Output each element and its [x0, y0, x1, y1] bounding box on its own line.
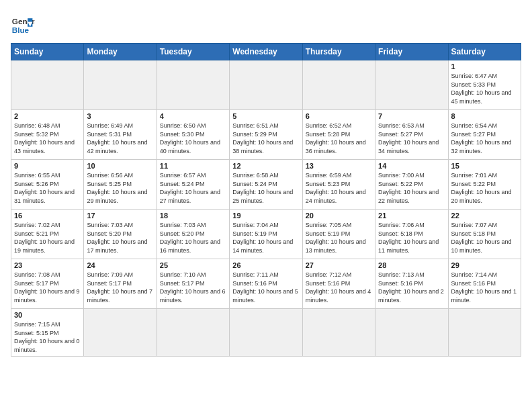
- calendar-cell: 30Sunrise: 7:15 AM Sunset: 5:15 PM Dayli…: [11, 309, 84, 357]
- logo-icon: General Blue: [11, 13, 35, 38]
- day-info: Sunrise: 6:59 AM Sunset: 5:23 PM Dayligh…: [306, 171, 372, 205]
- day-info: Sunrise: 6:57 AM Sunset: 5:24 PM Dayligh…: [160, 171, 226, 205]
- day-info: Sunrise: 7:00 AM Sunset: 5:22 PM Dayligh…: [378, 171, 445, 205]
- calendar-cell: 20Sunrise: 7:05 AM Sunset: 5:19 PM Dayli…: [302, 210, 375, 259]
- calendar-cell: [157, 309, 229, 357]
- week-row-3: 9Sunrise: 6:55 AM Sunset: 5:26 PM Daylig…: [11, 160, 521, 210]
- day-number: 8: [451, 112, 518, 120]
- weekday-header-row: SundayMondayTuesdayWednesdayThursdayFrid…: [11, 44, 521, 60]
- day-info: Sunrise: 7:09 AM Sunset: 5:17 PM Dayligh…: [87, 271, 153, 304]
- week-row-4: 16Sunrise: 7:02 AM Sunset: 5:21 PM Dayli…: [11, 210, 521, 259]
- day-info: Sunrise: 6:51 AM Sunset: 5:29 PM Dayligh…: [232, 122, 299, 155]
- day-number: 16: [14, 212, 81, 220]
- day-info: Sunrise: 6:53 AM Sunset: 5:27 PM Dayligh…: [378, 122, 445, 155]
- day-number: 10: [87, 162, 153, 170]
- calendar-cell: [84, 60, 157, 110]
- day-number: 6: [306, 112, 372, 120]
- day-number: 27: [306, 261, 372, 269]
- day-info: Sunrise: 6:50 AM Sunset: 5:30 PM Dayligh…: [160, 122, 226, 155]
- weekday-header-tuesday: Tuesday: [157, 44, 229, 60]
- day-number: 5: [232, 112, 299, 120]
- calendar-cell: [302, 309, 375, 357]
- logo: General Blue: [11, 13, 35, 38]
- calendar-cell: 2Sunrise: 6:48 AM Sunset: 5:32 PM Daylig…: [11, 110, 84, 160]
- calendar-cell: 13Sunrise: 6:59 AM Sunset: 5:23 PM Dayli…: [302, 160, 375, 210]
- calendar-table: SundayMondayTuesdayWednesdayThursdayFrid…: [11, 43, 521, 357]
- calendar-cell: [375, 309, 448, 357]
- day-info: Sunrise: 7:08 AM Sunset: 5:17 PM Dayligh…: [14, 271, 81, 304]
- day-number: 3: [87, 112, 153, 120]
- day-number: 25: [160, 261, 226, 269]
- calendar-cell: 11Sunrise: 6:57 AM Sunset: 5:24 PM Dayli…: [157, 160, 229, 210]
- calendar-cell: 22Sunrise: 7:07 AM Sunset: 5:18 PM Dayli…: [448, 210, 521, 259]
- day-number: 15: [451, 162, 518, 170]
- day-number: 18: [160, 212, 226, 220]
- day-info: Sunrise: 7:06 AM Sunset: 5:18 PM Dayligh…: [378, 221, 445, 255]
- weekday-header-thursday: Thursday: [302, 44, 375, 60]
- day-info: Sunrise: 6:54 AM Sunset: 5:27 PM Dayligh…: [451, 122, 518, 155]
- calendar-cell: 6Sunrise: 6:52 AM Sunset: 5:28 PM Daylig…: [302, 110, 375, 160]
- calendar-page: General Blue SundayMondayTuesdayWednesda…: [0, 0, 532, 411]
- day-info: Sunrise: 6:56 AM Sunset: 5:25 PM Dayligh…: [87, 171, 153, 205]
- day-number: 28: [378, 261, 445, 269]
- calendar-cell: 19Sunrise: 7:04 AM Sunset: 5:19 PM Dayli…: [230, 210, 302, 259]
- calendar-cell: [302, 60, 375, 110]
- day-info: Sunrise: 7:04 AM Sunset: 5:19 PM Dayligh…: [232, 221, 299, 255]
- day-number: 19: [232, 212, 299, 220]
- calendar-cell: 9Sunrise: 6:55 AM Sunset: 5:26 PM Daylig…: [11, 160, 84, 210]
- calendar-cell: 24Sunrise: 7:09 AM Sunset: 5:17 PM Dayli…: [84, 259, 157, 309]
- day-info: Sunrise: 7:13 AM Sunset: 5:16 PM Dayligh…: [378, 271, 445, 304]
- calendar-cell: 10Sunrise: 6:56 AM Sunset: 5:25 PM Dayli…: [84, 160, 157, 210]
- day-number: 9: [14, 162, 81, 170]
- calendar-cell: 25Sunrise: 7:10 AM Sunset: 5:17 PM Dayli…: [157, 259, 229, 309]
- week-row-6: 30Sunrise: 7:15 AM Sunset: 5:15 PM Dayli…: [11, 309, 521, 357]
- weekday-header-wednesday: Wednesday: [230, 44, 302, 60]
- day-info: Sunrise: 7:12 AM Sunset: 5:16 PM Dayligh…: [306, 271, 372, 304]
- day-number: 1: [451, 62, 518, 71]
- calendar-cell: 14Sunrise: 7:00 AM Sunset: 5:22 PM Dayli…: [375, 160, 448, 210]
- day-number: 14: [378, 162, 445, 170]
- calendar-cell: [230, 60, 302, 110]
- weekday-header-saturday: Saturday: [448, 44, 521, 60]
- day-number: 13: [306, 162, 372, 170]
- calendar-cell: 15Sunrise: 7:01 AM Sunset: 5:22 PM Dayli…: [448, 160, 521, 210]
- week-row-5: 23Sunrise: 7:08 AM Sunset: 5:17 PM Dayli…: [11, 259, 521, 309]
- calendar-cell: 5Sunrise: 6:51 AM Sunset: 5:29 PM Daylig…: [230, 110, 302, 160]
- day-info: Sunrise: 7:07 AM Sunset: 5:18 PM Dayligh…: [451, 221, 518, 255]
- calendar-cell: 29Sunrise: 7:14 AM Sunset: 5:16 PM Dayli…: [448, 259, 521, 309]
- calendar-cell: [157, 60, 229, 110]
- day-number: 26: [232, 261, 299, 269]
- calendar-cell: 1Sunrise: 6:47 AM Sunset: 5:33 PM Daylig…: [448, 60, 521, 110]
- calendar-cell: 3Sunrise: 6:49 AM Sunset: 5:31 PM Daylig…: [84, 110, 157, 160]
- calendar-cell: 4Sunrise: 6:50 AM Sunset: 5:30 PM Daylig…: [157, 110, 229, 160]
- day-number: 29: [451, 261, 518, 269]
- calendar-cell: 26Sunrise: 7:11 AM Sunset: 5:16 PM Dayli…: [230, 259, 302, 309]
- day-number: 12: [232, 162, 299, 170]
- day-number: 2: [14, 112, 81, 120]
- day-number: 30: [14, 311, 81, 319]
- day-number: 21: [378, 212, 445, 220]
- day-number: 17: [87, 212, 153, 220]
- calendar-cell: [11, 60, 84, 110]
- weekday-header-friday: Friday: [375, 44, 448, 60]
- day-number: 22: [451, 212, 518, 220]
- calendar-cell: 12Sunrise: 6:58 AM Sunset: 5:24 PM Dayli…: [230, 160, 302, 210]
- calendar-cell: [84, 309, 157, 357]
- day-number: 20: [306, 212, 372, 220]
- calendar-cell: [375, 60, 448, 110]
- weekday-header-monday: Monday: [84, 44, 157, 60]
- calendar-cell: 7Sunrise: 6:53 AM Sunset: 5:27 PM Daylig…: [375, 110, 448, 160]
- calendar-cell: [448, 309, 521, 357]
- header: General Blue: [11, 11, 521, 38]
- day-number: 11: [160, 162, 226, 170]
- weekday-header-sunday: Sunday: [11, 44, 84, 60]
- calendar-cell: 27Sunrise: 7:12 AM Sunset: 5:16 PM Dayli…: [302, 259, 375, 309]
- day-info: Sunrise: 7:15 AM Sunset: 5:15 PM Dayligh…: [14, 320, 81, 354]
- svg-text:Blue: Blue: [12, 26, 30, 34]
- week-row-2: 2Sunrise: 6:48 AM Sunset: 5:32 PM Daylig…: [11, 110, 521, 160]
- day-number: 7: [378, 112, 445, 120]
- day-info: Sunrise: 7:03 AM Sunset: 5:20 PM Dayligh…: [160, 221, 226, 255]
- day-info: Sunrise: 6:47 AM Sunset: 5:33 PM Dayligh…: [451, 72, 518, 105]
- day-info: Sunrise: 7:05 AM Sunset: 5:19 PM Dayligh…: [306, 221, 372, 255]
- calendar-cell: 17Sunrise: 7:03 AM Sunset: 5:20 PM Dayli…: [84, 210, 157, 259]
